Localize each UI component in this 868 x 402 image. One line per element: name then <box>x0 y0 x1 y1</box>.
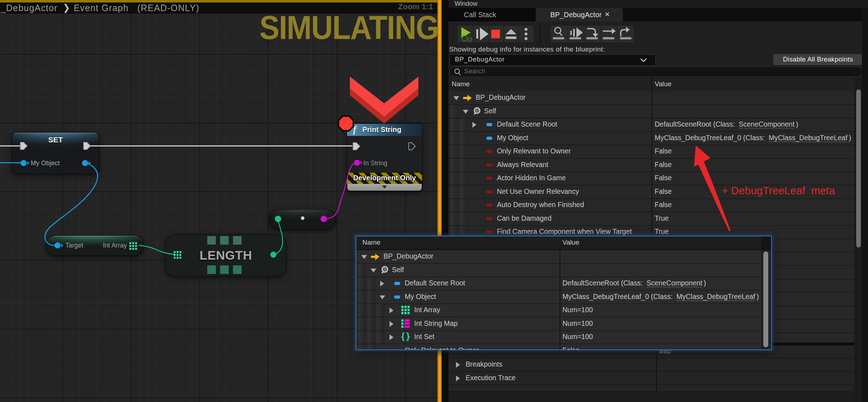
svg-text:+ DebugTreeLeaf meta: + DebugTreeLeaf meta <box>722 185 835 196</box>
